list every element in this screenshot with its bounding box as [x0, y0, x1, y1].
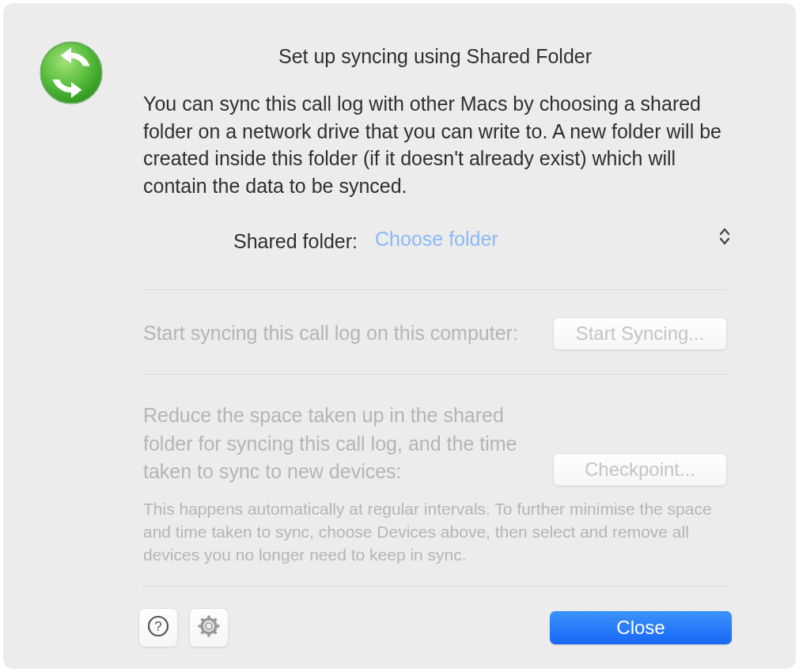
checkpoint-button[interactable]: Checkpoint... [553, 453, 727, 486]
shared-folder-placeholder: Choose folder [375, 228, 498, 250]
start-syncing-button[interactable]: Start Syncing... [553, 317, 727, 350]
svg-point-14 [206, 624, 212, 629]
dialog-footer: ? [138, 608, 732, 647]
shared-folder-select[interactable]: Choose folder [375, 228, 732, 255]
gear-icon [197, 614, 221, 641]
dialog-title: Set up syncing using Shared Folder [138, 45, 732, 68]
shared-folder-row: Shared folder: Choose folder [138, 228, 732, 255]
checkpoint-section: Reduce the space taken up in the shared … [138, 375, 732, 496]
close-button[interactable]: Close [550, 611, 732, 644]
help-icon: ? [146, 614, 170, 641]
shared-folder-label: Shared folder: [233, 230, 358, 253]
sync-setup-dialog: Set up syncing using Shared Folder You c… [4, 4, 795, 668]
start-sync-section: Start syncing this call log on this comp… [138, 290, 732, 374]
start-sync-text: Start syncing this call log on this comp… [143, 319, 529, 348]
svg-text:?: ? [154, 619, 161, 634]
checkpoint-text: Reduce the space taken up in the shared … [143, 402, 529, 486]
chevron-up-down-icon [718, 225, 732, 248]
help-button[interactable]: ? [138, 608, 178, 647]
checkpoint-note: This happens automatically at regular in… [143, 497, 727, 567]
divider [143, 586, 727, 587]
dialog-description: You can sync this call log with other Ma… [143, 90, 727, 199]
sync-icon [38, 40, 104, 106]
settings-button[interactable] [189, 608, 229, 647]
dialog-content: Set up syncing using Shared Folder You c… [138, 36, 732, 644]
